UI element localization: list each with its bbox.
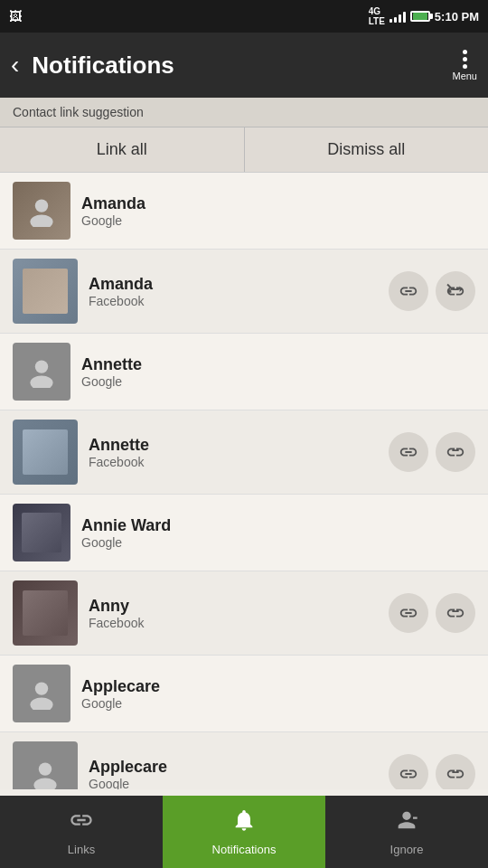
- svg-point-6: [39, 762, 52, 775]
- toolbar: ‹ Notifications Menu: [0, 33, 488, 98]
- contact-group-1: Amanda Google Amanda Facebook: [0, 173, 488, 334]
- avatar-amanda-google: [13, 182, 70, 240]
- links-label: Links: [68, 843, 95, 856]
- signal-bar-4: [403, 12, 406, 23]
- menu-dots-icon: [463, 50, 467, 69]
- unlink-button-4[interactable]: [436, 754, 475, 789]
- contact-source-1-sub: Facebook: [89, 294, 389, 308]
- contact-source-3: Google: [81, 535, 475, 550]
- signal-bar-3: [399, 14, 401, 23]
- contacts-list: Amanda Google Amanda Facebook: [0, 173, 488, 789]
- battery-indicator: [410, 11, 430, 22]
- contact-info-4-sub: Applecare Google: [89, 758, 389, 790]
- time-display: 5:10 PM: [435, 10, 479, 24]
- contact-source-3-sub: Facebook: [89, 616, 389, 630]
- suggestion-label: Contact link suggestion: [13, 105, 144, 119]
- person-icon-2: [25, 355, 58, 388]
- svg-point-3: [30, 376, 52, 389]
- contact-source-2-sub: Facebook: [89, 455, 389, 469]
- link-button-2[interactable]: [389, 432, 428, 472]
- contact-row-sub-4: Applecare Google: [0, 731, 488, 789]
- link-icon-3: [399, 603, 418, 623]
- contact-info-2: Annette Google: [81, 355, 475, 389]
- contact-row-main-1: Amanda Google: [0, 173, 488, 249]
- notifications-label: Notifications: [212, 843, 277, 856]
- suggestion-bar: Contact link suggestion: [0, 98, 488, 127]
- svg-point-0: [35, 199, 48, 212]
- contact-info-1: Amanda Google: [81, 194, 475, 228]
- avatar-placeholder-icon: [25, 194, 58, 227]
- contact-info-4: Applecare Google: [81, 677, 475, 711]
- avatar-placeholder-2: [13, 343, 70, 401]
- avatar-annie-google: [13, 504, 70, 561]
- unlink-icon-4: [446, 764, 465, 784]
- contact-row-main-3: Annie Ward Google: [0, 495, 488, 571]
- nav-item-notifications[interactable]: Notifications: [163, 796, 325, 868]
- contact-group-3: Annie Ward Google Anny Facebook: [0, 495, 488, 656]
- svg-point-7: [33, 778, 56, 790]
- link-actions-3: [389, 593, 475, 633]
- link-actions-2: [389, 432, 475, 472]
- page-title: Notifications: [32, 52, 452, 80]
- contact-source-4-sub: Google: [89, 777, 389, 790]
- nav-item-links[interactable]: Links: [0, 796, 163, 868]
- dismiss-all-button[interactable]: Dismiss all: [245, 127, 489, 172]
- unlink-icon-2: [446, 442, 465, 462]
- unlink-icon-3: [446, 603, 465, 623]
- contact-info-3-sub: Anny Facebook: [89, 597, 389, 630]
- contact-info-1-sub: Amanda Facebook: [89, 275, 389, 308]
- contact-name-4-sub: Applecare: [89, 758, 389, 777]
- signal-bar-1: [389, 19, 392, 23]
- nav-item-ignore[interactable]: Ignore: [325, 796, 488, 868]
- unlink-button-3[interactable]: [436, 593, 475, 633]
- link-icon: [399, 281, 418, 301]
- bottom-nav: Links Notifications Ignore: [0, 796, 488, 868]
- avatar-placeholder-4: [13, 665, 70, 722]
- contact-source-1: Google: [81, 213, 475, 228]
- person-minus-icon: [394, 807, 419, 833]
- contact-row-sub-1: Amanda Facebook: [0, 249, 488, 333]
- links-icon: [69, 807, 94, 839]
- contact-row-main-4: Applecare Google: [0, 656, 488, 731]
- chain-link-icon: [69, 807, 94, 833]
- svg-point-5: [30, 698, 52, 711]
- link-button-1[interactable]: [389, 271, 428, 311]
- avatar-applecare-google: [13, 665, 70, 722]
- link-button-3[interactable]: [389, 593, 428, 633]
- svg-point-1: [30, 215, 52, 228]
- signal-bar-2: [394, 17, 397, 23]
- contact-source-4: Google: [81, 696, 475, 711]
- avatar-annette-facebook: [13, 420, 78, 485]
- unlink-icon: [446, 281, 465, 301]
- status-bar-right: 4GLTE 5:10 PM: [369, 6, 479, 26]
- contact-name-1-sub: Amanda: [89, 275, 389, 294]
- menu-button[interactable]: Menu: [452, 50, 477, 81]
- unlink-button-1[interactable]: [436, 271, 475, 311]
- svg-point-2: [35, 360, 48, 373]
- link-actions-1: [389, 271, 475, 311]
- status-bar-left: 🖼: [9, 9, 22, 24]
- avatar-applecare-sub: [13, 741, 78, 789]
- avatar-anny-facebook: [13, 580, 78, 646]
- contact-name-2-sub: Annette: [89, 436, 389, 455]
- contact-group-2: Annette Google Annette Facebook: [0, 334, 488, 495]
- link-all-button[interactable]: Link all: [0, 127, 245, 172]
- contact-info-2-sub: Annette Facebook: [89, 436, 389, 469]
- ignore-icon: [394, 807, 419, 839]
- contact-info-3: Annie Ward Google: [81, 516, 475, 550]
- app-icon: 🖼: [9, 9, 22, 24]
- unlink-button-2[interactable]: [436, 432, 475, 472]
- svg-point-4: [35, 682, 48, 694]
- contact-row-main-2: Annette Google: [0, 334, 488, 410]
- contact-name-2: Annette: [81, 355, 475, 374]
- contact-name-1: Amanda: [81, 194, 475, 213]
- lte-indicator: 4GLTE: [369, 6, 385, 26]
- link-actions-4: [389, 754, 475, 789]
- link-icon-2: [399, 442, 418, 462]
- link-button-4[interactable]: [389, 754, 428, 789]
- person-icon-4: [25, 677, 58, 710]
- contact-row-sub-2: Annette Facebook: [0, 410, 488, 494]
- back-button[interactable]: ‹: [11, 52, 19, 78]
- contact-source-2: Google: [81, 374, 475, 389]
- avatar-amanda-facebook: [13, 259, 78, 324]
